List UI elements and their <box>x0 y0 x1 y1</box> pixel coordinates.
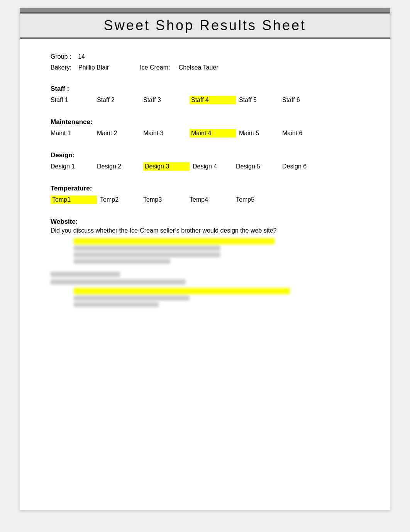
blurred-section-2 <box>51 272 359 307</box>
staff-item-3: Staff 3 <box>143 97 190 104</box>
staff-item-2: Staff 2 <box>97 97 143 104</box>
design-item-1: Design 1 <box>51 163 97 170</box>
ice-cream-section: Ice Cream: Chelsea Tauer <box>140 64 218 71</box>
temp-item-1: Temp1 <box>51 195 97 204</box>
blurred-line-3 <box>74 259 170 264</box>
staff-label: Staff : <box>51 85 359 93</box>
header-bar <box>20 8 390 12</box>
design-item-2: Design 2 <box>97 163 143 170</box>
bakery-value: Phillip Blair <box>78 64 109 71</box>
design-section: Design: Design 1 Design 2 Design 3 Desig… <box>51 151 359 171</box>
blurred-line-1 <box>74 246 220 251</box>
staff-item-4: Staff 4 <box>190 96 236 104</box>
title-area: Sweet Shop Results Sheet <box>20 12 390 39</box>
temp-item-5: Temp5 <box>236 196 282 203</box>
page: Sweet Shop Results Sheet Group : 14 Bake… <box>20 8 390 510</box>
design-item-3: Design 3 <box>143 162 190 171</box>
maint-item-5: Maint 5 <box>236 130 282 137</box>
staff-item-6: Staff 6 <box>282 97 329 104</box>
website-question: Did you discuss whether the Ice-Cream se… <box>51 227 359 234</box>
blurred-section2-question <box>51 279 186 285</box>
group-value: 14 <box>78 53 85 60</box>
design-item-5: Design 5 <box>236 163 282 170</box>
design-item-4: Design 4 <box>190 163 236 170</box>
blurred-line-2 <box>74 252 220 257</box>
design-label: Design: <box>51 151 359 159</box>
blurred-highlight-1 <box>74 238 274 244</box>
ice-cream-value: Chelsea Tauer <box>179 64 219 71</box>
maint-item-6: Maint 6 <box>282 130 329 137</box>
bakery-section: Bakery: Phillip Blair <box>51 64 109 71</box>
staff-item-5: Staff 5 <box>236 97 282 104</box>
staff-item-1: Staff 1 <box>51 97 97 104</box>
blurred-section2-line-1 <box>74 296 190 301</box>
staff-section: Staff : Staff 1 Staff 2 Staff 3 Staff 4 … <box>51 85 359 104</box>
website-label: Website: <box>51 218 359 226</box>
blurred-section2-label <box>51 272 120 277</box>
page-title: Sweet Shop Results Sheet <box>104 17 306 33</box>
maintenance-section: Maintenance: Maint 1 Maint 2 Maint 3 Mai… <box>51 118 359 138</box>
group-label: Group : <box>51 53 71 60</box>
group-row: Group : 14 <box>51 53 359 60</box>
temp-item-4: Temp4 <box>190 196 236 203</box>
design-item-6: Design 6 <box>282 163 329 170</box>
bakery-row: Bakery: Phillip Blair Ice Cream: Chelsea… <box>51 64 359 71</box>
temp-item-3: Temp3 <box>143 196 190 203</box>
blurred-highlight-2 <box>74 288 290 294</box>
maintenance-items-row: Maint 1 Maint 2 Maint 3 Maint 4 Maint 5 … <box>51 129 359 138</box>
temp-item-2: Temp2 <box>97 196 143 203</box>
temperature-label: Temperature: <box>51 185 359 192</box>
bakery-label: Bakery: <box>51 64 71 71</box>
maintenance-label: Maintenance: <box>51 118 359 126</box>
maint-item-1: Maint 1 <box>51 130 97 137</box>
staff-items-row: Staff 1 Staff 2 Staff 3 Staff 4 Staff 5 … <box>51 96 359 104</box>
website-section: Website: Did you discuss whether the Ice… <box>51 218 359 307</box>
maint-item-3: Maint 3 <box>143 130 190 137</box>
maint-item-2: Maint 2 <box>97 130 143 137</box>
blurred-section2-line-2 <box>74 302 159 307</box>
maint-item-4: Maint 4 <box>190 129 236 138</box>
ice-cream-label: Ice Cream: <box>140 64 170 71</box>
content-area: Group : 14 Bakery: Phillip Blair Ice Cre… <box>20 39 390 316</box>
temperature-section: Temperature: Temp1 Temp2 Temp3 Temp4 Tem… <box>51 185 359 204</box>
temperature-items-row: Temp1 Temp2 Temp3 Temp4 Temp5 <box>51 195 359 204</box>
blurred-answer-1 <box>74 238 359 264</box>
design-items-row: Design 1 Design 2 Design 3 Design 4 Desi… <box>51 162 359 171</box>
